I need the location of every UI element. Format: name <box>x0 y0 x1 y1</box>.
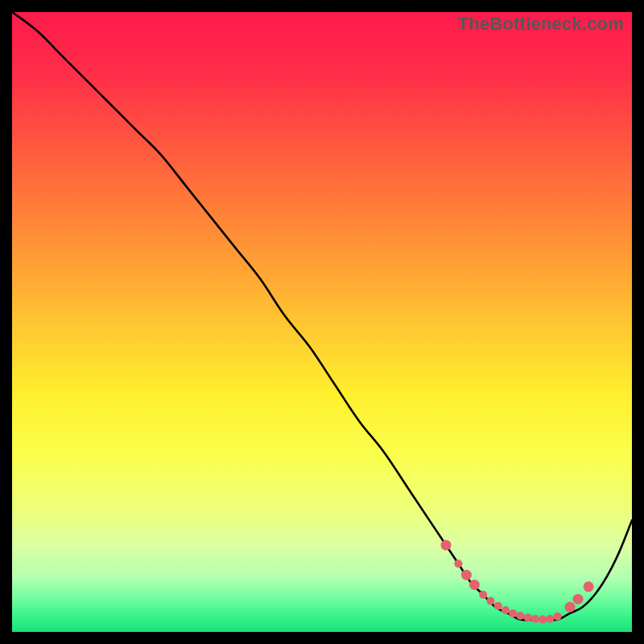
marker-dot <box>454 559 462 568</box>
chart-frame: TheBottleneck.com <box>12 12 632 632</box>
marker-dot <box>469 580 480 590</box>
marker-dot <box>486 597 494 605</box>
marker-dot <box>531 615 539 623</box>
marker-dot <box>524 613 532 621</box>
marker-dot <box>584 581 594 592</box>
marker-dot <box>502 606 510 614</box>
marker-dot <box>546 615 554 623</box>
marker-dot <box>554 613 562 621</box>
marker-dot <box>565 602 576 613</box>
marker-dot <box>441 540 452 551</box>
bottleneck-chart <box>12 12 632 632</box>
marker-dot <box>573 594 584 605</box>
marker-dot <box>461 570 472 580</box>
marker-dot <box>539 616 547 624</box>
gradient-background <box>12 12 632 632</box>
watermark-text: TheBottleneck.com <box>458 14 624 35</box>
marker-dot <box>479 591 487 599</box>
marker-dot <box>509 609 517 617</box>
marker-dot <box>494 602 502 610</box>
marker-dot <box>516 612 524 620</box>
